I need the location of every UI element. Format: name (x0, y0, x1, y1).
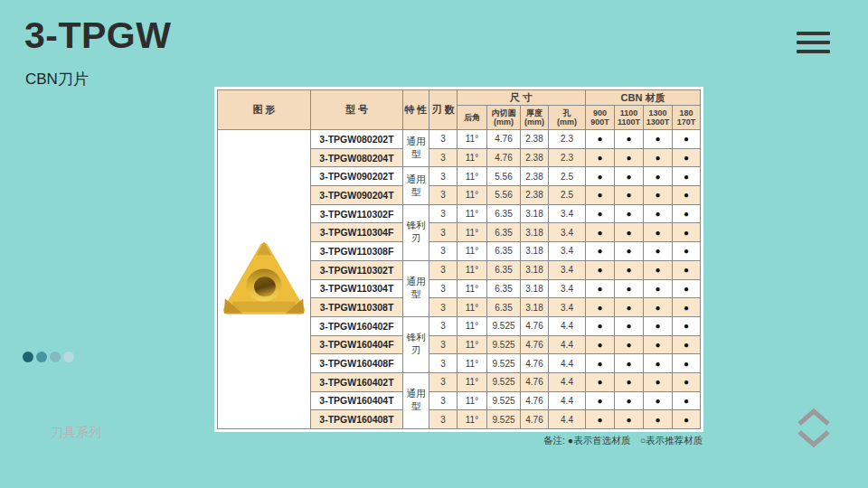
feature-cell: 通用型 (403, 167, 429, 204)
relief-angle-cell: 11° (458, 316, 487, 335)
header-dims-group: 尺 寸 (458, 90, 586, 106)
inscribed-circle-cell: 6.35 (487, 279, 521, 298)
model-cell: 3-TPGW160402T (311, 372, 403, 391)
cbn-dot-cell: ● (615, 298, 644, 317)
menu-button[interactable] (797, 32, 830, 53)
model-cell: 3-TPGW110304F (311, 223, 403, 242)
pagination-dot[interactable] (63, 352, 74, 362)
edges-cell: 3 (429, 260, 458, 279)
thickness-cell: 2.38 (521, 148, 549, 167)
hole-cell: 3.4 (549, 242, 586, 261)
cbn-dot-cell: ● (615, 148, 644, 167)
header-hole: 孔 (mm) (549, 106, 586, 130)
spec-table-panel: 图 形 型 号 特 性 刃 数 尺 寸 CBN 材质 后角 内切圆 (mm) 厚… (214, 87, 703, 432)
model-cell: 3-TPGW110308F (311, 242, 403, 261)
pagination-dot[interactable] (23, 352, 33, 362)
cbn-dot-cell: ● (673, 242, 701, 261)
cbn-dot-cell: ● (644, 410, 673, 429)
table-note: 备注: ●表示首选材质 ○表示推荐材质 (214, 435, 703, 447)
chevron-up-icon[interactable] (796, 408, 832, 427)
cbn-dot-cell: ● (586, 335, 615, 354)
thickness-cell: 4.76 (521, 354, 549, 373)
cbn-dot-cell: ● (673, 354, 701, 373)
thickness-cell: 2.38 (521, 186, 549, 205)
chevron-down-icon[interactable] (796, 429, 832, 448)
thickness-cell: 3.18 (521, 260, 549, 279)
hole-cell: 3.4 (549, 298, 586, 317)
inscribed-circle-cell: 6.35 (487, 298, 521, 317)
relief-angle-cell: 11° (458, 204, 487, 223)
cbn-dot-cell: ● (673, 279, 701, 298)
edges-cell: 3 (429, 204, 458, 223)
relief-angle-cell: 11° (458, 167, 487, 186)
feature-cell: 锋利刃 (403, 316, 429, 372)
cbn-dot-cell: ● (586, 130, 615, 149)
table-body: 3-TPGW080202T通用型311°4.762.382.3●●●●3-TPG… (218, 130, 701, 429)
series-label: 刀具系列 (51, 425, 101, 441)
cbn-dot-cell: ● (673, 223, 701, 242)
cbn-dot-cell: ● (615, 204, 644, 223)
relief-angle-cell: 11° (458, 186, 487, 205)
model-cell: 3-TPGW160404F (311, 335, 403, 354)
pagination-dot[interactable] (50, 352, 61, 362)
thickness-cell: 3.18 (521, 279, 549, 298)
edges-cell: 3 (429, 372, 458, 391)
thickness-cell: 2.38 (521, 130, 549, 149)
inscribed-circle-cell: 9.525 (487, 316, 521, 335)
model-cell: 3-TPGW160402F (311, 316, 403, 335)
relief-angle-cell: 11° (458, 260, 487, 279)
hole-cell: 2.5 (549, 186, 586, 205)
header-feature-col: 特 性 (403, 90, 429, 130)
hamburger-icon (797, 50, 830, 53)
cbn-dot-cell: ● (615, 167, 644, 186)
pagination-dot[interactable] (36, 352, 47, 362)
cbn-dot-cell: ● (644, 148, 673, 167)
hole-cell: 4.4 (549, 391, 586, 410)
header-model-col: 型 号 (311, 90, 403, 130)
thickness-cell: 4.76 (521, 410, 549, 429)
table-row: 3-TPGW080202T通用型311°4.762.382.3●●●● (218, 130, 701, 149)
cbn-dot-cell: ● (586, 223, 615, 242)
thickness-cell: 4.76 (521, 372, 549, 391)
inscribed-circle-cell: 6.35 (487, 223, 521, 242)
cbn-dot-cell: ● (586, 391, 615, 410)
cbn-dot-cell: ● (673, 204, 701, 223)
model-cell: 3-TPGW090202T (311, 167, 403, 186)
cbn-dot-cell: ● (644, 242, 673, 261)
cbn-dot-cell: ● (644, 260, 673, 279)
model-cell: 3-TPGW160408T (311, 410, 403, 429)
edges-cell: 3 (429, 167, 458, 186)
cbn-dot-cell: ● (586, 148, 615, 167)
inscribed-circle-cell: 4.76 (487, 148, 521, 167)
hole-cell: 4.4 (549, 372, 586, 391)
cbn-dot-cell: ● (586, 204, 615, 223)
cbn-dot-cell: ● (615, 223, 644, 242)
cbn-dot-cell: ● (644, 298, 673, 317)
insert-image-cell (218, 130, 311, 429)
edges-cell: 3 (429, 279, 458, 298)
hamburger-icon (797, 41, 830, 44)
inscribed-circle-cell: 9.525 (487, 372, 521, 391)
cbn-dot-cell: ● (615, 335, 644, 354)
cbn-dot-cell: ● (615, 316, 644, 335)
header-inscribed-circle: 内切圆 (mm) (487, 106, 521, 130)
cbn-dot-cell: ● (673, 186, 701, 205)
cbn-dot-cell: ● (644, 316, 673, 335)
cbn-dot-cell: ● (615, 372, 644, 391)
cbn-dot-cell: ● (586, 354, 615, 373)
inscribed-circle-cell: 6.35 (487, 242, 521, 261)
hole-cell: 4.4 (549, 335, 586, 354)
cbn-dot-cell: ● (615, 354, 644, 373)
cbn-dot-cell: ● (615, 279, 644, 298)
relief-angle-cell: 11° (458, 372, 487, 391)
thickness-cell: 3.18 (521, 298, 549, 317)
cbn-dot-cell: ● (586, 260, 615, 279)
cbn-dot-cell: ● (673, 260, 701, 279)
page-title: 3-TPGW (24, 14, 171, 57)
relief-angle-cell: 11° (458, 410, 487, 429)
cbn-dot-cell: ● (615, 410, 644, 429)
model-cell: 3-TPGW110308T (311, 298, 403, 317)
cbn-dot-cell: ● (615, 186, 644, 205)
edges-cell: 3 (429, 335, 458, 354)
inscribed-circle-cell: 4.76 (487, 130, 521, 149)
